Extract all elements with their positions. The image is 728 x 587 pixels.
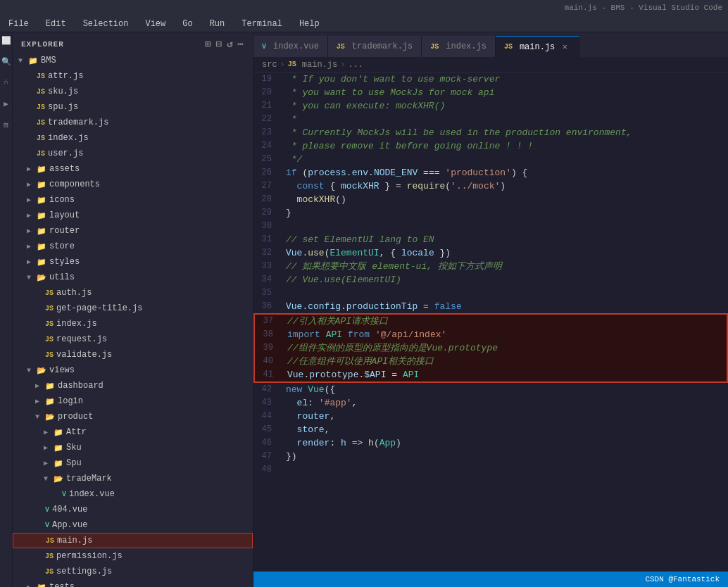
line-num: 34 bbox=[253, 273, 283, 286]
file-label: user.js bbox=[48, 149, 83, 158]
debug-icon[interactable]: ▶ bbox=[1, 99, 11, 108]
js-file-icon: JS bbox=[37, 119, 45, 127]
line-content: //引入相关API请求接口 bbox=[284, 315, 727, 328]
search-icon[interactable]: 🔍 bbox=[1, 56, 11, 66]
line-content: Vue.prototype.$API = API bbox=[284, 368, 727, 381]
sidebar-item-components[interactable]: ▶ 📁 components bbox=[13, 177, 253, 192]
code-line-34: 34 // Vue.use(ElementUI) bbox=[253, 273, 728, 286]
menu-file[interactable]: File bbox=[6, 18, 32, 30]
sidebar-item-get-page-title-js[interactable]: JS get-page-title.js bbox=[13, 301, 253, 316]
sidebar-item-tests[interactable]: ▶ 📁 tests bbox=[13, 579, 253, 587]
sidebar-item-permission-js[interactable]: JS permission.js bbox=[13, 548, 253, 564]
sidebar-item-validate-js[interactable]: JS validate.js bbox=[13, 347, 253, 362]
code-editor[interactable]: 19 * If you don't want to use mock-serve… bbox=[253, 72, 728, 572]
sidebar-header: EXPLORER ⊞ ⊟ ↺ ⋯ bbox=[13, 32, 253, 53]
js-file-icon: JS bbox=[37, 134, 45, 142]
menu-edit[interactable]: Edit bbox=[43, 18, 69, 30]
folder-icon: 📁 bbox=[37, 258, 46, 267]
folder-open-icon: 📂 bbox=[54, 474, 63, 484]
sidebar-item-utils-index-js[interactable]: JS index.js bbox=[13, 316, 253, 332]
sidebar-item-sku-js[interactable]: JS sku.js bbox=[13, 84, 253, 99]
sidebar-item-icons[interactable]: ▶ 📁 icons bbox=[13, 192, 253, 208]
sidebar-item-assets[interactable]: ▶ 📁 assets bbox=[13, 161, 253, 177]
line-num: 23 bbox=[253, 126, 283, 139]
folder-open-icon: 📂 bbox=[37, 273, 46, 282]
menu-terminal[interactable]: Terminal bbox=[239, 18, 285, 30]
js-file-icon: JS bbox=[46, 537, 54, 545]
sidebar-item-styles[interactable]: ▶ 📁 styles bbox=[13, 254, 253, 270]
collapse-all-icon[interactable]: ⋯ bbox=[238, 38, 244, 50]
folder-icon: 📁 bbox=[54, 443, 63, 453]
sidebar-item-layout[interactable]: ▶ 📁 layout bbox=[13, 208, 253, 223]
js-file-icon: JS bbox=[45, 320, 54, 328]
menu-help[interactable]: Help bbox=[296, 18, 322, 30]
sidebar-item-trademark-js[interactable]: JS trademark.js bbox=[13, 115, 253, 130]
folder-label: styles bbox=[49, 257, 80, 267]
line-num: 25 bbox=[253, 153, 283, 166]
sidebar-item-product[interactable]: ▼ 📂 product bbox=[13, 409, 253, 424]
tab-close-button[interactable]: ✕ bbox=[559, 42, 570, 52]
new-folder-icon[interactable]: ⊟ bbox=[216, 38, 222, 50]
folder-label: Spu bbox=[66, 458, 82, 468]
file-label: index.js bbox=[48, 133, 89, 143]
menu-selection[interactable]: Selection bbox=[80, 18, 132, 30]
sidebar-item-sku[interactable]: ▶ 📁 Sku bbox=[13, 440, 253, 455]
file-label: 404.vue bbox=[52, 505, 87, 515]
sidebar-item-attr[interactable]: ▶ 📁 Attr bbox=[13, 424, 253, 440]
menu-go[interactable]: Go bbox=[180, 18, 195, 30]
folder-label: icons bbox=[49, 195, 75, 205]
menu-run[interactable]: Run bbox=[207, 18, 228, 30]
tab-index-vue[interactable]: V index.vue bbox=[253, 36, 328, 57]
sidebar-actions: ⊞ ⊟ ↺ ⋯ bbox=[205, 38, 244, 50]
bms-folder-icon: 📁 bbox=[28, 56, 38, 65]
sidebar-item-dashboard[interactable]: ▶ 📁 dashboard bbox=[13, 378, 253, 393]
files-icon[interactable]: ⬜ bbox=[1, 35, 11, 45]
extensions-icon[interactable]: ⊞ bbox=[1, 120, 11, 130]
js-tab-icon: JS bbox=[337, 43, 345, 51]
code-line-19: 19 * If you don't want to use mock-serve… bbox=[253, 72, 728, 86]
sidebar-item-attr-js[interactable]: JS attr.js bbox=[13, 68, 253, 84]
git-icon[interactable]: ⑃ bbox=[1, 77, 11, 87]
tree-root-bms[interactable]: ▼ 📁 BMS bbox=[13, 53, 253, 68]
new-file-icon[interactable]: ⊞ bbox=[205, 38, 211, 50]
tab-label: main.js bbox=[520, 42, 555, 52]
sidebar-item-index-js[interactable]: JS index.js bbox=[13, 130, 253, 146]
file-label: attr.js bbox=[48, 71, 83, 81]
tab-main-js[interactable]: JS main.js ✕ bbox=[496, 36, 579, 57]
sidebar-item-app-vue[interactable]: V App.vue bbox=[13, 517, 253, 533]
js-file-icon: JS bbox=[37, 103, 45, 111]
code-line-24: 24 * please remove it before going onlin… bbox=[253, 139, 728, 153]
sidebar-item-views[interactable]: ▼ 📂 views bbox=[13, 362, 253, 378]
vue-file-icon: V bbox=[62, 491, 66, 498]
sidebar-item-request-js[interactable]: JS request.js bbox=[13, 332, 253, 347]
sidebar-item-main-js[interactable]: JS main.js bbox=[13, 533, 253, 548]
folder-label: Attr bbox=[66, 427, 87, 437]
sidebar-item-spu-js[interactable]: JS spu.js bbox=[13, 99, 253, 115]
line-num: 46 bbox=[253, 436, 283, 450]
sidebar-item-trademark-index-vue[interactable]: V index.vue bbox=[13, 486, 253, 502]
sidebar-item-router[interactable]: ▶ 📁 router bbox=[13, 223, 253, 239]
file-label: App.vue bbox=[52, 520, 87, 530]
file-label: settings.js bbox=[56, 567, 112, 576]
tab-trademark-js[interactable]: JS trademark.js bbox=[328, 36, 422, 57]
sidebar-item-login[interactable]: ▶ 📁 login bbox=[13, 393, 253, 409]
menu-bar: File Edit Selection View Go Run Terminal… bbox=[0, 15, 728, 32]
line-num: 43 bbox=[253, 396, 283, 410]
sidebar-item-spu[interactable]: ▶ 📁 Spu bbox=[13, 455, 253, 471]
breadcrumb-sep2: › bbox=[340, 60, 345, 70]
sidebar-item-utils[interactable]: ▼ 📂 utils bbox=[13, 270, 253, 285]
sidebar-item-404-vue[interactable]: V 404.vue bbox=[13, 502, 253, 517]
sidebar-item-user-js[interactable]: JS user.js bbox=[13, 146, 253, 161]
sidebar-item-trademark[interactable]: ▼ 📂 tradeMark bbox=[13, 471, 253, 486]
line-num: 41 bbox=[255, 368, 284, 381]
line-num: 31 bbox=[253, 233, 283, 246]
refresh-icon[interactable]: ↺ bbox=[227, 38, 233, 50]
menu-view[interactable]: View bbox=[142, 18, 168, 30]
sidebar-item-settings-js[interactable]: JS settings.js bbox=[13, 564, 253, 579]
line-content: const { mockXHR } = require('../mock') bbox=[283, 179, 728, 193]
sidebar-item-store[interactable]: ▶ 📁 store bbox=[13, 239, 253, 254]
tab-index-js[interactable]: JS index.js bbox=[422, 36, 496, 57]
sidebar-item-auth-js[interactable]: JS auth.js bbox=[13, 285, 253, 301]
status-text: CSDN @Fantastick bbox=[645, 575, 720, 583]
js-file-icon: JS bbox=[45, 305, 54, 313]
